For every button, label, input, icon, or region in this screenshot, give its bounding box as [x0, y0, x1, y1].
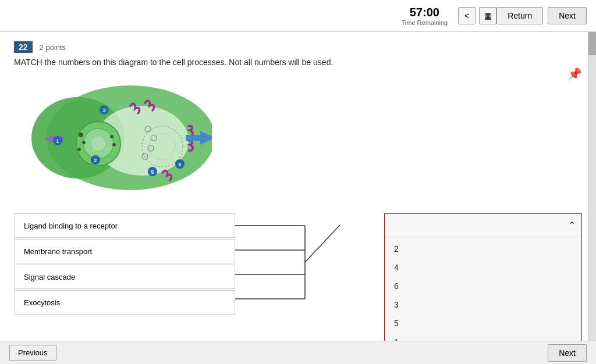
- match-item-3: Exocytosis: [14, 290, 235, 315]
- svg-point-7: [82, 141, 86, 144]
- top-bar-right: Return Next: [496, 7, 587, 24]
- previous-button[interactable]: Previous: [9, 345, 56, 361]
- timer-controls: < ▦: [458, 7, 496, 24]
- svg-text:2: 2: [94, 158, 97, 163]
- match-item-1: Membrane transport: [14, 239, 235, 263]
- match-item-0: Ligand binding to a receptor: [14, 213, 235, 238]
- question-header: 22 2 points: [14, 41, 582, 53]
- question-text: MATCH the numbers on this diagram to the…: [14, 58, 582, 67]
- svg-point-10: [112, 143, 116, 147]
- timer-calendar-button[interactable]: ▦: [479, 7, 496, 24]
- diagram-area: 2 1 4 5 6 3: [14, 74, 212, 202]
- dropdown-options: 2 4 6 3 5 1: [385, 237, 581, 341]
- svg-text:1: 1: [56, 138, 59, 144]
- match-item-2: Signal cascade: [14, 265, 235, 289]
- bottom-bar: Previous Next: [0, 341, 596, 364]
- left-items: Ligand binding to a receptor Membrane tr…: [14, 213, 235, 316]
- matching-section: Ligand binding to a receptor Membrane tr…: [14, 213, 582, 316]
- timer-section: 57:00 Time Remaining: [401, 6, 448, 26]
- scrollbar-thumb[interactable]: [588, 32, 596, 55]
- next-button-bottom[interactable]: Next: [548, 344, 587, 362]
- timer-back-button[interactable]: <: [458, 7, 476, 24]
- dropdown-panel: ⌃ 2 4 6 3 5 1: [384, 213, 582, 341]
- svg-point-8: [77, 148, 81, 151]
- timer-value: 57:00: [410, 6, 439, 19]
- question-number: 22: [14, 41, 33, 53]
- dropdown-header: ⌃: [385, 214, 581, 237]
- cell-diagram-svg: 2 1 4 5 6 3: [14, 74, 212, 202]
- connector-lines-svg: [235, 213, 381, 318]
- dropdown-option-5[interactable]: 1: [385, 333, 581, 341]
- dropdown-option-4[interactable]: 5: [385, 314, 581, 333]
- timer-label: Time Remaining: [401, 19, 448, 26]
- chevron-up-icon[interactable]: ⌃: [568, 220, 576, 231]
- pin-icon[interactable]: 📌: [567, 67, 582, 81]
- return-button[interactable]: Return: [496, 7, 543, 24]
- svg-point-9: [110, 135, 113, 138]
- svg-text:5: 5: [151, 169, 154, 175]
- dropdown-option-2[interactable]: 6: [385, 277, 581, 295]
- svg-text:6: 6: [178, 162, 181, 167]
- dropdown-option-1[interactable]: 4: [385, 258, 581, 277]
- svg-point-6: [79, 133, 83, 137]
- question-points: 2 points: [40, 43, 66, 52]
- dropdown-option-3[interactable]: 3: [385, 295, 581, 314]
- svg-rect-14: [186, 135, 202, 141]
- dropdown-option-0[interactable]: 2: [385, 240, 581, 258]
- top-bar: 57:00 Time Remaining < ▦ Return Next: [0, 0, 596, 32]
- scrollbar[interactable]: [588, 32, 596, 341]
- timer-wrapper: 57:00 Time Remaining < ▦: [401, 6, 496, 26]
- next-button-top[interactable]: Next: [548, 7, 587, 24]
- svg-line-38: [305, 225, 340, 262]
- main-content: 22 2 points MATCH the numbers on this di…: [0, 32, 596, 341]
- svg-point-5: [91, 137, 105, 151]
- svg-text:3: 3: [102, 108, 105, 113]
